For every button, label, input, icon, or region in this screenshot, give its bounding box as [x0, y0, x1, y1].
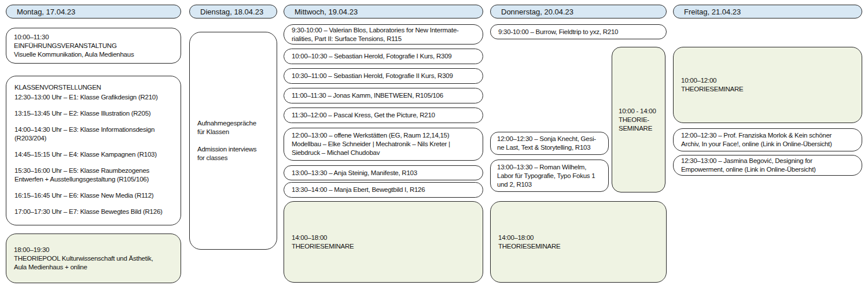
- event-text-storytelling: 12:00–12:30 – Sonja Knecht, Gesi- ne Las…: [490, 132, 609, 155]
- event-inbetween: 11:00–11:30 – Jonas Kamm, INBETWEEN, R10…: [284, 88, 483, 103]
- event-fotografie-2: 10:30–11:00 – Sebastian Herold, Fotograf…: [284, 68, 483, 84]
- event-morlok-archiv: 12:00–12:30 – Prof. Franziska Morlok & K…: [673, 128, 862, 151]
- event-klassenvorstellungen: KLASSENVORSTELLUNGEN 12:30–13:00 Uhr – E…: [6, 76, 181, 225]
- day-header-dienstag: Dienstag, 18.04.23: [189, 5, 277, 18]
- seminar-theorieseminare-freitag: 10:00–12:00 THEORIESEMINARE: [673, 47, 862, 123]
- day-header-mittwoch: Mittwoch, 19.04.23: [284, 5, 483, 18]
- day-header-donnerstag: Donnerstag, 20.04.23: [490, 5, 667, 18]
- event-bewegtbild: 13:30–14:00 – Manja Ebert, Bewegtbild I,…: [284, 182, 483, 198]
- klassen-item-e5: 15:30–16:00 Uhr – E5: Klasse Raumbezogen…: [14, 166, 172, 184]
- klassen-item-e4: 14:45–15:15 Uhr – E4: Klasse Kampagnen (…: [14, 150, 172, 159]
- klassen-item-e3: 14:00–14:30 Uhr – E3: Klasse Information…: [14, 125, 172, 143]
- klassen-item-e6: 16:15–16:45 Uhr – E6: Klasse New Media (…: [14, 191, 172, 200]
- event-burrow-fieldtrip: 9:30-10:00 – Burrow, Fieldtrip to yxz, R…: [490, 24, 667, 39]
- event-einfuehrungsveranstaltung: 10:00–11:30 EINFÜHRUNGSVERANSTALTUNG Vis…: [6, 28, 181, 64]
- klassen-item-e7: 17:00–17:30 Uhr – E7: Klasse Bewegtes Bi…: [14, 208, 172, 216]
- event-manifeste: 13:00–13:30 – Anja Steinig, Manifeste, R…: [284, 165, 483, 180]
- event-fotografie-1: 10:00–10:30 – Sebastian Herold, Fotograf…: [284, 49, 483, 64]
- klassenvorstellungen-title: KLASSENVORSTELLUNGEN: [14, 83, 172, 92]
- seminar-theorieseminare-mittwoch: 14:00–18:00 THEORIESEMINARE: [284, 201, 483, 283]
- klassen-item-e1: 12:30–13:00 Uhr – E1: Klasse Grafikdesig…: [14, 93, 172, 102]
- day-header-freitag: Freitag, 21.04.23: [673, 5, 862, 18]
- klassen-item-e2: 13:15–13:45 Uhr – E2: Klasse Illustratio…: [14, 109, 172, 118]
- event-begovic-empowerment: 12:30–13:00 – Jasmina Begović, Designing…: [673, 155, 862, 176]
- event-labor-typografie: 13:00–13:30 – Roman Wilhelm, Labor für T…: [490, 160, 609, 192]
- day-header-montag: Montag, 17.04.23: [6, 5, 181, 18]
- event-offene-werkstaetten: 12:00–13:00 – offene Werkstätten (EG, Ra…: [284, 128, 483, 161]
- seminar-theorieseminare-donnerstag: 14:00–18:00 THEORIESEMINARE: [490, 201, 667, 283]
- event-valerian-blos: 9:30-10:00 – Valerian Blos, Laboratories…: [284, 24, 483, 45]
- event-get-the-picture: 11:30–12:00 – Pascal Kress, Get the Pict…: [284, 108, 483, 123]
- event-theoriepool: 18:00–19:30 THEORIEPOOL Kulturwissenscha…: [6, 234, 181, 283]
- note-aufnahmegespraeche: Aufnahmegespräche für Klassen Admission …: [189, 32, 277, 250]
- weekly-schedule-board: Montag, 17.04.23 Dienstag, 18.04.23 Mitt…: [0, 0, 868, 289]
- seminar-theorieseminare-donnerstag-vormittag: 10:00 - 14:00 THEORIE- SEMINARE: [612, 47, 665, 192]
